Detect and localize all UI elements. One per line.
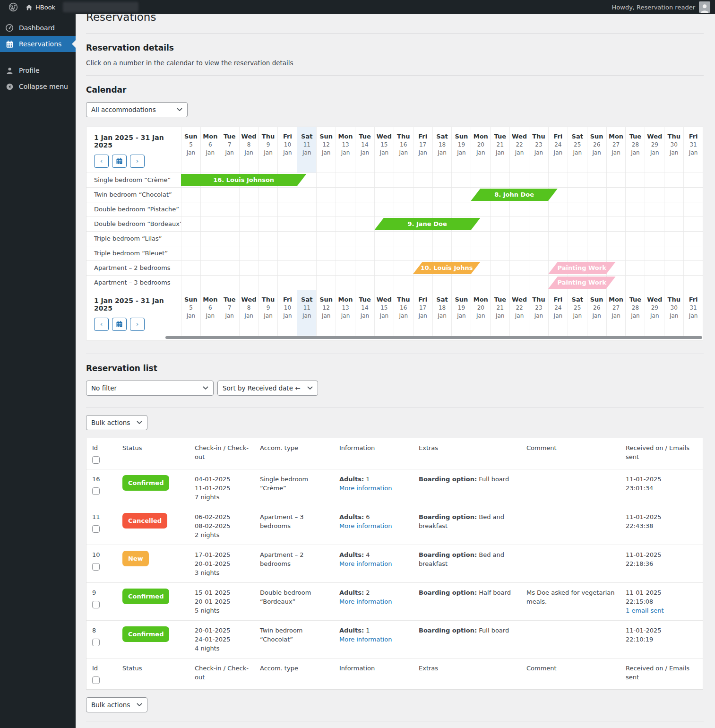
- row-checkbox[interactable]: [92, 639, 100, 646]
- column-header: Information: [334, 438, 413, 469]
- row-checkbox[interactable]: [92, 487, 100, 495]
- column-header-label: Received on / Emails sent: [626, 664, 698, 682]
- reservation-bar[interactable]: Painting Work: [548, 277, 616, 289]
- calendar-prev-button[interactable]: ‹: [94, 155, 109, 168]
- row-checkbox[interactable]: [92, 525, 100, 533]
- day-name: Fri: [278, 296, 297, 303]
- day-name: Sat: [297, 296, 316, 303]
- calendar-picker-button[interactable]: [112, 155, 127, 168]
- bulk-actions-select[interactable]: Bulk actions: [86, 415, 147, 430]
- day-cell: [200, 261, 220, 275]
- wordpress-logo-icon[interactable]: [5, 0, 22, 14]
- column-header: Status: [117, 659, 189, 689]
- day-number: 12: [317, 141, 336, 148]
- divider: [86, 75, 704, 76]
- reservation-bar[interactable]: 8. John Doe: [471, 189, 558, 201]
- accommodation-select[interactable]: All accommodations: [86, 102, 188, 117]
- day-cell: [277, 246, 297, 260]
- day-cell: [316, 202, 336, 217]
- day-cell: [548, 217, 568, 231]
- more-information-link[interactable]: More information: [339, 485, 392, 492]
- day-cell: [258, 188, 278, 202]
- sidebar-item-dashboard[interactable]: Dashboard: [0, 20, 76, 36]
- information-cell: Adults: 2More information: [334, 583, 413, 620]
- calendar-next-button[interactable]: ›: [130, 318, 145, 331]
- site-menu-item[interactable]: HBook: [22, 0, 59, 14]
- day-cell: [451, 232, 471, 246]
- reservation-bar[interactable]: 16. Louis Johnson: [181, 174, 306, 186]
- received-time: 22:18:36: [626, 559, 698, 568]
- bulk-actions-select[interactable]: Bulk actions: [86, 697, 147, 712]
- day-name: Fri: [413, 296, 432, 303]
- calendar-day-header: Sat25Jan: [568, 290, 587, 336]
- calendar-day-header: Fri17Jan: [413, 127, 432, 173]
- more-information-link[interactable]: More information: [339, 636, 392, 643]
- more-information-link[interactable]: More information: [339, 560, 392, 567]
- calendar-day-header: Thu30Jan: [664, 127, 683, 173]
- column-header: Id: [86, 659, 117, 689]
- email-sent-link[interactable]: 1 email sent: [626, 607, 664, 614]
- day-month: Jan: [645, 312, 664, 319]
- day-month: Jan: [278, 312, 297, 319]
- reservation-bar[interactable]: 9. Jane Doe: [374, 218, 480, 230]
- day-cell: [355, 217, 374, 231]
- reservation-id: 9: [92, 588, 112, 597]
- day-cell: [664, 202, 683, 217]
- day-number: 17: [413, 141, 432, 148]
- boarding-option-label: Boarding option:: [419, 513, 477, 520]
- row-checkbox[interactable]: [92, 601, 100, 608]
- howdy-text[interactable]: Howdy, Reservation reader: [612, 4, 695, 11]
- day-month: Jan: [297, 312, 316, 319]
- more-information-link[interactable]: More information: [339, 522, 392, 529]
- day-cell: [471, 246, 490, 260]
- checkout-date: 08-02-2025: [195, 521, 250, 530]
- calendar-next-button[interactable]: ›: [130, 155, 145, 168]
- sidebar-item-collapse-menu[interactable]: Collapse menu: [0, 78, 76, 95]
- day-cell: [355, 246, 374, 260]
- reservation-id: 8: [92, 626, 112, 635]
- day-cell: [432, 276, 452, 290]
- nights-count: 3 nights: [195, 568, 250, 577]
- reservation-bar[interactable]: Painting Work: [548, 262, 616, 274]
- reservation-bar[interactable]: 10. Louis Johns: [413, 262, 481, 274]
- sidebar-item-profile[interactable]: Profile: [0, 62, 76, 78]
- calendar-prev-button[interactable]: ‹: [94, 318, 109, 331]
- site-name: HBook: [35, 4, 55, 11]
- row-checkbox[interactable]: [92, 563, 100, 571]
- day-cell: [239, 202, 258, 217]
- day-cell: [181, 276, 200, 290]
- redacted-region: [63, 2, 138, 12]
- more-information-link[interactable]: More information: [339, 598, 392, 605]
- scrollbar-thumb[interactable]: [165, 336, 702, 339]
- select-all-checkbox[interactable]: [92, 456, 100, 464]
- information-cell: Adults: 1More information: [334, 469, 413, 507]
- filter-select[interactable]: No filter: [86, 381, 214, 396]
- day-number: 23: [529, 304, 548, 311]
- id-cell: 8: [86, 621, 117, 658]
- calendar-picker-button[interactable]: [112, 318, 127, 331]
- day-cell: [568, 202, 587, 217]
- day-name: Tue: [491, 133, 509, 140]
- day-name: Fri: [549, 296, 568, 303]
- chevron-down-icon: [177, 108, 182, 111]
- day-cell: [277, 261, 297, 275]
- id-cell: 9: [86, 583, 117, 620]
- calendar-day-header: Thu9Jan: [258, 290, 278, 336]
- day-number: 14: [355, 141, 374, 148]
- chevron-down-icon: [203, 386, 208, 390]
- room-days-grid: 16. Louis Johnson: [181, 173, 703, 187]
- avatar[interactable]: [699, 1, 710, 13]
- information-cell: Adults: 4More information: [334, 545, 413, 582]
- day-cell: [490, 232, 509, 246]
- calendar-day-header: Mon6Jan: [200, 127, 220, 173]
- adults-label: Adults:: [339, 589, 364, 596]
- day-name: Thu: [664, 296, 683, 303]
- sort-select[interactable]: Sort by Received date ←: [217, 381, 318, 396]
- select-all-checkbox[interactable]: [92, 676, 100, 684]
- column-header: Id: [86, 438, 117, 469]
- day-cell: [509, 261, 529, 275]
- day-name: Mon: [201, 133, 220, 140]
- sidebar-item-reservations[interactable]: Reservations: [0, 36, 76, 52]
- day-cell: [239, 276, 258, 290]
- day-month: Jan: [645, 149, 664, 156]
